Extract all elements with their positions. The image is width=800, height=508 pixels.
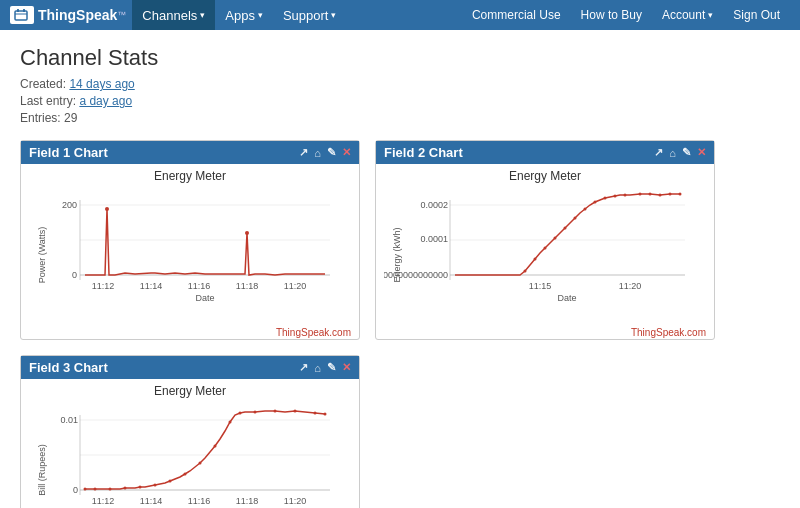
svg-text:0.0002: 0.0002 — [420, 200, 448, 210]
svg-text:-0.000000000000000: -0.000000000000000 — [384, 270, 448, 280]
svg-text:11:20: 11:20 — [284, 281, 307, 291]
svg-point-45 — [659, 194, 662, 197]
field3-close-icon[interactable]: ✕ — [342, 361, 351, 374]
field2-svg: Energy (kWh) 0.0002 0.0001 -0.0000000000… — [384, 185, 706, 315]
svg-point-37 — [574, 217, 577, 220]
navbar: ThingSpeak ™ Channels ▾ Apps ▾ Support ▾… — [0, 0, 800, 30]
last-entry-meta: Last entry: a day ago — [20, 94, 780, 108]
field2-header-icons: ↗ ⌂ ✎ ✕ — [654, 146, 706, 159]
svg-text:Power (Watts): Power (Watts) — [37, 227, 47, 284]
field1-chart-label: Energy Meter — [29, 169, 351, 183]
field3-svg-wrap: Bill (Rupees) 0.01 0 11:12 11:14 — [29, 400, 351, 508]
nav-account[interactable]: Account ▾ — [652, 0, 723, 30]
svg-text:Bill (Rupees): Bill (Rupees) — [37, 444, 47, 496]
field3-chart-title: Field 3 Chart — [29, 360, 108, 375]
svg-text:11:20: 11:20 — [619, 281, 642, 291]
field2-edit-icon[interactable]: ✎ — [682, 146, 691, 159]
svg-text:11:15: 11:15 — [529, 281, 552, 291]
field1-chart-title: Field 1 Chart — [29, 145, 108, 160]
nav-apps[interactable]: Apps ▾ — [215, 0, 273, 30]
nav-channels[interactable]: Channels ▾ — [132, 0, 215, 30]
svg-text:0: 0 — [73, 485, 78, 495]
field2-chart-card: Field 2 Chart ↗ ⌂ ✎ ✕ Energy Meter Energ… — [375, 140, 715, 340]
entries-meta: Entries: 29 — [20, 111, 780, 125]
nav-commercial[interactable]: Commercial Use — [462, 0, 571, 30]
field1-external-icon[interactable]: ↗ — [299, 146, 308, 159]
svg-point-66 — [139, 486, 142, 489]
field1-svg-wrap: Power (Watts) 200 0 11:12 11:14 — [29, 185, 351, 325]
svg-point-42 — [624, 194, 627, 197]
field1-watermark: ThingSpeak.com — [29, 327, 351, 338]
svg-point-75 — [274, 410, 277, 413]
svg-point-34 — [544, 247, 547, 250]
svg-text:Date: Date — [557, 293, 576, 303]
svg-text:11:12: 11:12 — [92, 281, 115, 291]
brand-name: ThingSpeak — [38, 7, 117, 23]
field1-chart-header: Field 1 Chart ↗ ⌂ ✎ ✕ — [21, 141, 359, 164]
svg-point-33 — [534, 258, 537, 261]
field1-header-icons: ↗ ⌂ ✎ ✕ — [299, 146, 351, 159]
svg-text:11:20: 11:20 — [284, 496, 307, 506]
svg-point-43 — [639, 193, 642, 196]
field3-chart-header: Field 3 Chart ↗ ⌂ ✎ ✕ — [21, 356, 359, 379]
svg-point-71 — [214, 445, 217, 448]
chevron-down-icon: ▾ — [200, 10, 205, 20]
svg-text:11:14: 11:14 — [140, 496, 163, 506]
svg-point-78 — [324, 413, 327, 416]
field2-comment-icon[interactable]: ⌂ — [669, 147, 676, 159]
svg-point-41 — [614, 195, 617, 198]
svg-point-62 — [84, 488, 87, 491]
field3-comment-icon[interactable]: ⌂ — [314, 362, 321, 374]
brand[interactable]: ThingSpeak ™ — [10, 6, 126, 24]
svg-point-74 — [254, 411, 257, 414]
charts-container: Field 1 Chart ↗ ⌂ ✎ ✕ Energy Meter Power… — [20, 140, 780, 508]
field3-edit-icon[interactable]: ✎ — [327, 361, 336, 374]
field1-comment-icon[interactable]: ⌂ — [314, 147, 321, 159]
svg-point-47 — [679, 193, 682, 196]
created-link[interactable]: 14 days ago — [69, 77, 134, 91]
field3-chart-card: Field 3 Chart ↗ ⌂ ✎ ✕ Energy Meter Bill … — [20, 355, 360, 508]
chevron-down-icon: ▾ — [331, 10, 336, 20]
chevron-down-icon: ▾ — [708, 10, 713, 20]
nav-support[interactable]: Support ▾ — [273, 0, 347, 30]
svg-point-46 — [669, 193, 672, 196]
brand-tm: ™ — [117, 10, 126, 20]
svg-rect-2 — [17, 9, 19, 12]
svg-text:0.01: 0.01 — [60, 415, 78, 425]
svg-text:200: 200 — [62, 200, 77, 210]
svg-text:11:14: 11:14 — [140, 281, 163, 291]
brand-icon — [10, 6, 34, 24]
field3-external-icon[interactable]: ↗ — [299, 361, 308, 374]
svg-point-64 — [109, 488, 112, 491]
field1-chart-card: Field 1 Chart ↗ ⌂ ✎ ✕ Energy Meter Power… — [20, 140, 360, 340]
field2-chart-title: Field 2 Chart — [384, 145, 463, 160]
nav-how-to-buy[interactable]: How to Buy — [571, 0, 652, 30]
chevron-down-icon: ▾ — [258, 10, 263, 20]
svg-text:0.0001: 0.0001 — [420, 234, 448, 244]
svg-point-65 — [124, 487, 127, 490]
nav-sign-out[interactable]: Sign Out — [723, 0, 790, 30]
svg-point-32 — [524, 270, 527, 273]
svg-point-40 — [604, 197, 607, 200]
field2-external-icon[interactable]: ↗ — [654, 146, 663, 159]
svg-point-44 — [649, 193, 652, 196]
field3-header-icons: ↗ ⌂ ✎ ✕ — [299, 361, 351, 374]
svg-text:0: 0 — [72, 270, 77, 280]
field2-watermark: ThingSpeak.com — [384, 327, 706, 338]
svg-point-72 — [229, 421, 232, 424]
svg-text:11:16: 11:16 — [188, 281, 211, 291]
field2-svg-wrap: Energy (kWh) 0.0002 0.0001 -0.0000000000… — [384, 185, 706, 325]
field2-chart-body: Energy Meter Energy (kWh) 0.0002 — [376, 164, 714, 339]
field2-chart-label: Energy Meter — [384, 169, 706, 183]
field3-svg: Bill (Rupees) 0.01 0 11:12 11:14 — [29, 400, 351, 508]
field2-close-icon[interactable]: ✕ — [697, 146, 706, 159]
field1-close-icon[interactable]: ✕ — [342, 146, 351, 159]
svg-text:11:16: 11:16 — [188, 496, 211, 506]
last-entry-link[interactable]: a day ago — [79, 94, 132, 108]
field1-edit-icon[interactable]: ✎ — [327, 146, 336, 159]
svg-point-69 — [184, 473, 187, 476]
field1-svg: Power (Watts) 200 0 11:12 11:14 — [29, 185, 351, 315]
nav-right: Commercial Use How to Buy Account ▾ Sign… — [462, 0, 790, 30]
created-meta: Created: 14 days ago — [20, 77, 780, 91]
svg-point-70 — [199, 462, 202, 465]
